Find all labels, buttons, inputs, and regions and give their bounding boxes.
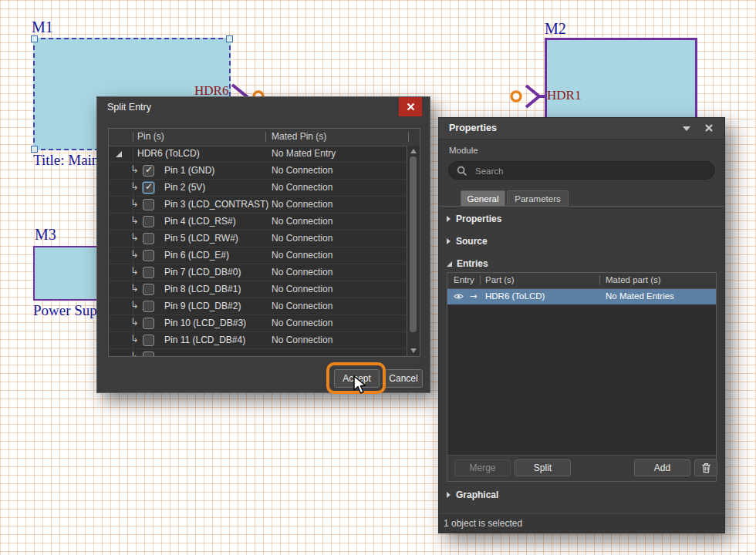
pin-row[interactable]: ↳ Pin 2 (5V) No Connection xyxy=(109,180,407,197)
close-icon xyxy=(407,103,415,111)
schematic-canvas[interactable]: M1 M2 M3 Title: Main Power Supp HDR6 HDR… xyxy=(0,0,756,555)
group-row-hdr6[interactable]: HDR6 (ToLCD) No Mated Entry xyxy=(109,146,407,163)
column-separator xyxy=(133,132,133,142)
designator-m1: M1 xyxy=(32,18,53,36)
collapsed-arrow-icon xyxy=(447,492,451,498)
pin-mated-label: No Connection xyxy=(272,267,332,278)
column-separator xyxy=(408,132,409,142)
add-button[interactable]: Add xyxy=(634,459,690,476)
tab-parameters[interactable]: Parameters xyxy=(507,190,569,207)
column-header-mated-pins: Mated Pin (s) xyxy=(272,131,326,142)
entry-part-label: HDR6 (ToLCD) xyxy=(485,291,545,301)
harness-label-hdr1: HDR1 xyxy=(547,88,581,103)
column-header-parts: Part (s) xyxy=(485,275,515,284)
properties-panel: Properties Module General Parameters Pro… xyxy=(438,117,725,533)
tab-general[interactable]: General xyxy=(461,190,505,207)
vertical-scrollbar[interactable] xyxy=(407,146,420,356)
pin-row[interactable]: ↳ Pin 9 (LCD_DB#2) No Connection xyxy=(109,298,407,315)
expand-collapse-icon[interactable] xyxy=(116,151,122,157)
subpin-arrow-icon: ↳ xyxy=(130,299,139,311)
pin-label: Pin 7 (LCD_DB#0) xyxy=(164,267,241,278)
pin-mated-label: No Connection xyxy=(272,165,332,176)
pin-mated-label: No Connection xyxy=(272,318,332,328)
pin-mated-label: No Connection xyxy=(272,335,332,345)
visibility-eye-icon[interactable] xyxy=(454,293,464,300)
pin-row[interactable]: ↳ Pin 6 (LCD_E#) No Connection xyxy=(109,247,407,264)
pin-label: Pin 5 (LCD_RW#) xyxy=(164,233,238,244)
pin-checkbox[interactable] xyxy=(143,233,154,244)
pin-checkbox[interactable] xyxy=(143,318,154,329)
selection-status-bar: 1 object is selected xyxy=(439,513,724,533)
section-graphical[interactable]: Graphical xyxy=(447,489,498,500)
pin-label: Pin 10 (LCD_DB#3) xyxy=(164,318,246,328)
pin-table: Pin (s) Mated Pin (s) HDR6 (ToLCD) No Ma… xyxy=(108,128,420,357)
subpin-arrow-icon: ↳ xyxy=(130,282,139,294)
cancel-button[interactable]: Cancel xyxy=(384,369,423,388)
m3-caption: Power Supp xyxy=(33,302,104,319)
subpin-arrow-icon: ↳ xyxy=(130,214,139,226)
pin-checkbox[interactable] xyxy=(143,216,154,227)
pin-mated-label: No Connection xyxy=(272,250,332,261)
column-separator xyxy=(265,132,266,142)
pin-table-header: Pin (s) Mated Pin (s) xyxy=(109,129,420,146)
search-input[interactable] xyxy=(474,163,708,179)
pin-row[interactable]: ↳ Pin 4 (LCD_RS#) No Connection xyxy=(109,214,407,230)
pin-row[interactable]: ↳ Pin 7 (LCD_DB#0) No Connection xyxy=(109,264,407,281)
designator-m2: M2 xyxy=(545,20,566,38)
pin-row[interactable]: ↳ Pin 11 (LCD_DB#4) No Connection xyxy=(109,332,407,349)
section-properties[interactable]: Properties xyxy=(447,214,501,224)
group-label: HDR6 (ToLCD) xyxy=(137,148,200,159)
pin-checkbox[interactable] xyxy=(143,165,154,177)
pin-row[interactable]: ↳ Pin 8 (LCD_DB#1) No Connection xyxy=(109,281,407,298)
pin-checkbox[interactable] xyxy=(143,250,154,261)
pin-row[interactable]: ↳ Pin 5 (LCD_RW#) No Connection xyxy=(109,230,407,247)
section-source[interactable]: Source xyxy=(447,236,488,247)
accept-button[interactable]: Accept xyxy=(334,369,380,388)
panel-close-icon[interactable] xyxy=(704,123,714,133)
section-entries[interactable]: Entries xyxy=(447,258,488,269)
tab-baseline xyxy=(439,206,724,207)
search-icon xyxy=(457,166,467,177)
pin-label: Pin 8 (LCD_DB#1) xyxy=(164,284,241,294)
pin-checkbox[interactable] xyxy=(143,182,154,193)
scrollbar-thumb[interactable] xyxy=(410,156,417,332)
scroll-down-icon[interactable] xyxy=(410,348,417,353)
column-header-mated-parts: Mated part (s) xyxy=(606,275,661,284)
collapsed-arrow-icon xyxy=(447,238,451,244)
scroll-up-icon[interactable] xyxy=(410,149,417,153)
split-button[interactable]: Split xyxy=(515,459,571,476)
pin-row[interactable]: ↳ Pin 3 (LCD_CONTRAST) No Connection xyxy=(109,197,407,214)
trash-icon xyxy=(701,462,711,473)
selection-handle[interactable] xyxy=(226,35,233,42)
entries-table: Entry Part (s) Mated part (s) → HDR6 (To… xyxy=(447,272,717,482)
split-entry-dialog: Split Entry Pin (s) Mated Pin (s) HDR6 (… xyxy=(96,96,430,393)
pin-row[interactable]: ↳ Pin 10 (LCD_DB#3) No Connection xyxy=(109,315,407,332)
m1-caption: Title: Main xyxy=(33,152,99,169)
collapsed-arrow-icon xyxy=(447,216,451,222)
entries-button-bar: Merge Split Add xyxy=(447,455,716,481)
pin-row-clipped[interactable]: ↳ xyxy=(109,349,407,355)
pin-checkbox[interactable] xyxy=(143,335,154,346)
pin-checkbox[interactable] xyxy=(143,267,154,278)
merge-button[interactable]: Merge xyxy=(454,459,511,476)
expanded-arrow-icon xyxy=(447,261,452,267)
pin-label: Pin 3 (LCD_CONTRAST) xyxy=(164,199,268,210)
delete-button[interactable] xyxy=(694,459,717,476)
designator-m3: M3 xyxy=(35,226,56,244)
dialog-title: Split Entry xyxy=(97,97,430,118)
pin-checkbox[interactable] xyxy=(143,199,154,210)
pin-label: Pin 2 (5V) xyxy=(164,182,205,193)
panel-dropdown-icon[interactable] xyxy=(683,126,690,131)
selection-handle[interactable] xyxy=(31,35,38,42)
subpin-arrow-icon: ↳ xyxy=(130,265,139,277)
search-box[interactable] xyxy=(448,161,715,180)
pin-row[interactable]: ↳ Pin 1 (GND) No Connection xyxy=(109,163,407,180)
column-header-entry: Entry xyxy=(454,275,474,284)
pin-checkbox[interactable] xyxy=(143,352,154,356)
group-mated-label: No Mated Entry xyxy=(272,148,336,159)
entry-row-selected[interactable]: → HDR6 (ToLCD) No Mated Entries xyxy=(447,289,716,304)
close-button[interactable] xyxy=(399,97,422,116)
pin-label: Pin 4 (LCD_RS#) xyxy=(164,216,236,227)
pin-checkbox[interactable] xyxy=(143,301,154,312)
pin-checkbox[interactable] xyxy=(143,284,154,295)
